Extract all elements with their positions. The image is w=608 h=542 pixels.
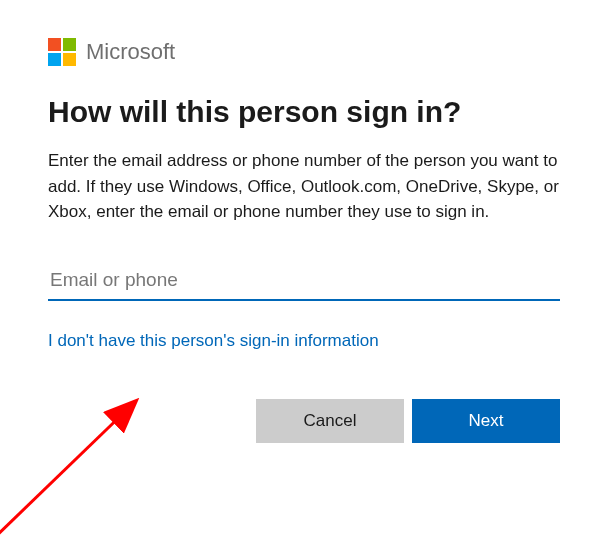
brand-name: Microsoft <box>86 39 175 65</box>
brand-header: Microsoft <box>48 38 560 66</box>
page-title: How will this person sign in? <box>48 94 560 130</box>
instruction-text: Enter the email address or phone number … <box>48 148 560 225</box>
next-button[interactable]: Next <box>412 399 560 443</box>
email-phone-input[interactable] <box>48 263 560 301</box>
cancel-button[interactable]: Cancel <box>256 399 404 443</box>
no-signin-info-link[interactable]: I don't have this person's sign-in infor… <box>48 331 379 350</box>
dialog-button-row: Cancel Next <box>48 399 560 443</box>
email-phone-field-row <box>48 263 560 301</box>
microsoft-logo-icon <box>48 38 76 66</box>
